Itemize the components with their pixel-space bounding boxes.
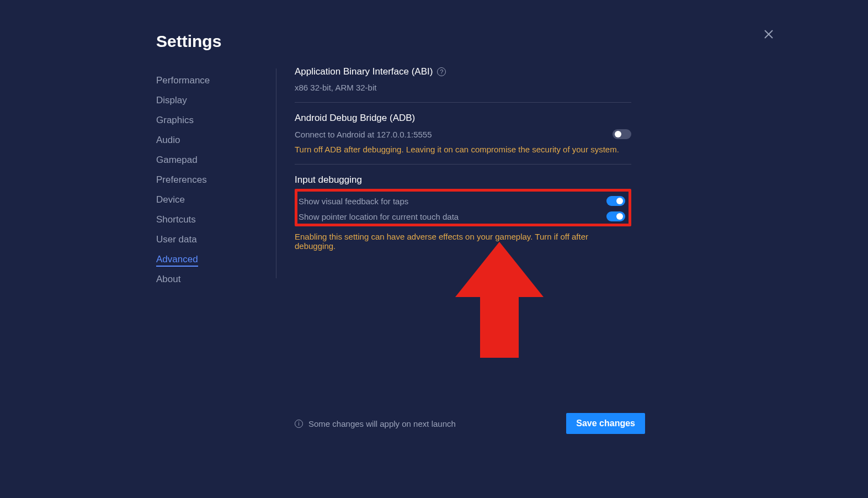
input-debug-title: Input debugging [295,174,631,186]
sidebar-item-label: Shortcuts [156,214,196,225]
sidebar-item-gamepad[interactable]: Gamepad [156,150,267,170]
sidebar-item-label: Performance [156,75,210,86]
adb-warning: Turn off ADB after debugging. Leaving it… [295,145,631,154]
footer-note-text: Some changes will apply on next launch [308,419,456,428]
sidebar-item-user-data[interactable]: User data [156,230,267,250]
settings-main: Application Binary Interface (ABI) ? x86… [295,66,631,251]
section-input-debugging: Input debugging Show visual feedback for… [295,164,631,251]
help-icon[interactable]: ? [437,67,446,76]
adb-title: Android Debug Bridge (ADB) [295,113,631,124]
section-abi: Application Binary Interface (ABI) ? x86… [295,66,631,102]
adb-toggle[interactable] [613,129,631,139]
svg-marker-2 [455,242,544,358]
footer-note: i Some changes will apply on next launch [295,419,456,428]
input-debug-opt2-toggle[interactable] [606,211,625,221]
sidebar-item-about[interactable]: About [156,269,267,289]
input-debug-opt2-label: Show pointer location for current touch … [299,212,459,221]
adb-sub: Connect to Android at 127.0.0.1:5555 [295,130,432,139]
input-debug-opt1-toggle[interactable] [606,196,625,206]
sidebar-item-label: Device [156,194,185,205]
annotation-arrow-up-icon [455,242,544,358]
sidebar-item-device[interactable]: Device [156,190,267,210]
sidebar-item-label: Audio [156,135,180,145]
annotation-highlight-box: Show visual feedback for taps Show point… [295,189,631,226]
close-icon [762,28,775,41]
sidebar-item-label: Display [156,95,187,105]
info-icon: i [295,420,303,428]
close-button[interactable] [762,28,775,41]
abi-value: x86 32-bit, ARM 32-bit [295,83,631,92]
sidebar-item-graphics[interactable]: Graphics [156,110,267,130]
save-changes-button[interactable]: Save changes [566,413,645,434]
sidebar-item-label: User data [156,234,197,245]
sidebar-item-audio[interactable]: Audio [156,130,267,150]
sidebar-divider [276,68,276,278]
input-debug-opt1-label: Show visual feedback for taps [299,197,408,206]
sidebar-item-label: Gamepad [156,155,198,165]
settings-footer: i Some changes will apply on next launch… [295,413,645,434]
sidebar-item-display[interactable]: Display [156,91,267,110]
sidebar-item-preferences[interactable]: Preferences [156,170,267,190]
input-debug-warning: Enabling this setting can have adverse e… [295,232,631,251]
sidebar-item-label: Advanced [156,254,198,267]
sidebar-item-advanced[interactable]: Advanced [156,250,267,269]
sidebar-item-label: Graphics [156,115,194,125]
section-adb: Android Debug Bridge (ADB) Connect to An… [295,102,631,164]
sidebar-item-label: Preferences [156,174,207,185]
sidebar-item-performance[interactable]: Performance [156,71,267,91]
sidebar-item-label: About [156,274,180,284]
settings-sidebar: Performance Display Graphics Audio Gamep… [156,71,267,289]
page-title: Settings [156,32,221,51]
sidebar-item-shortcuts[interactable]: Shortcuts [156,210,267,230]
abi-title: Application Binary Interface (ABI) [295,66,433,77]
